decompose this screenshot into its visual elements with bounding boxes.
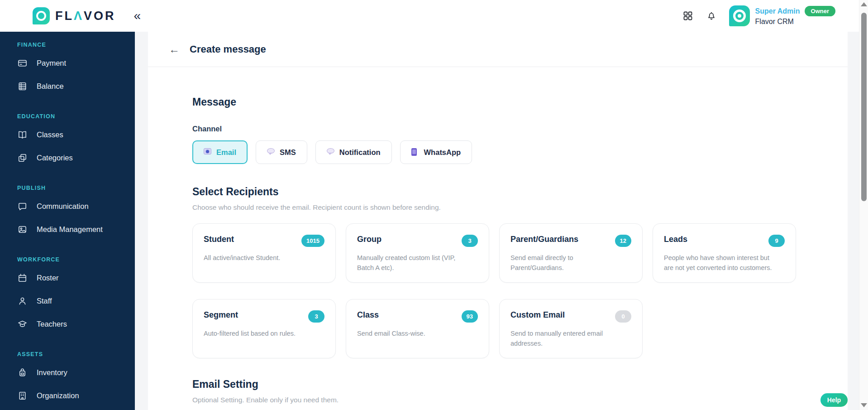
recipient-card-leads[interactable]: Leads 9 People who have shown interest b… <box>653 223 796 283</box>
card-title: Group <box>357 235 382 244</box>
card-description: Auto-filtered list based on rules. <box>204 328 317 338</box>
sidebar-item-balance[interactable]: Balance <box>0 75 135 98</box>
section-label-finance: FINANCE <box>0 42 135 48</box>
ledger-icon <box>17 81 28 92</box>
channel-sms-button[interactable]: SMS <box>256 140 307 164</box>
recipient-card-segment[interactable]: Segment 3 Auto-filtered list based on ru… <box>192 299 336 358</box>
card-description: Manually created custom list (VIP, Batch… <box>357 253 470 273</box>
count-badge: 1015 <box>301 235 324 247</box>
brand-pre: FL <box>55 9 74 23</box>
speech-bubble-icon <box>327 148 335 156</box>
sidebar-item-label: Inventory <box>37 368 67 377</box>
stacked-squares-icon <box>17 153 28 163</box>
sidebar-item-classes[interactable]: Classes <box>0 123 135 146</box>
flavor-logo-icon <box>33 7 50 24</box>
recipient-cards-grid: Student 1015 All active/inactive Student… <box>192 223 848 358</box>
card-title: Segment <box>204 310 238 320</box>
card-title: Leads <box>664 235 687 244</box>
media-image-icon <box>17 224 28 235</box>
sidebar-item-categories[interactable]: Categories <box>0 146 135 169</box>
recipient-card-class[interactable]: Class 93 Send email Class-wise. <box>346 299 489 358</box>
card-title: Student <box>204 235 234 244</box>
channel-label-text: SMS <box>280 148 296 157</box>
apps-grid-icon[interactable] <box>682 10 694 22</box>
select-recipients-heading: Select Recipients <box>192 186 848 198</box>
brand-post: VOR <box>84 9 116 23</box>
user-avatar <box>729 5 750 26</box>
recipient-card-group[interactable]: Group 3 Manually created custom list (VI… <box>346 223 489 283</box>
count-badge: 3 <box>462 235 478 247</box>
channel-label: Channel <box>192 125 848 133</box>
channel-email-button[interactable]: Email <box>192 140 248 164</box>
sidebar-section-publish: PUBLISH Communication Media Management <box>0 169 135 241</box>
count-badge: 93 <box>462 310 478 323</box>
scroll-down-arrow-icon[interactable] <box>861 403 867 407</box>
sidebar-item-label: Organization <box>37 391 79 400</box>
sidebar-item-label: Communication <box>37 202 89 211</box>
mobile-phone-icon <box>411 148 420 156</box>
sidebar-item-roster[interactable]: Roster <box>0 266 135 289</box>
page-header: ← Create message <box>148 32 848 67</box>
channel-notification-button[interactable]: Notification <box>315 140 392 164</box>
section-label-workforce: WORKFORCE <box>0 256 135 263</box>
sidebar-item-label: Categories <box>37 154 73 162</box>
card-title: Parent/Guardians <box>510 235 578 244</box>
notifications-bell-icon[interactable] <box>706 10 717 22</box>
vertical-scrollbar[interactable] <box>859 0 868 410</box>
sidebar-section-education: EDUCATION Classes Categories <box>0 98 135 169</box>
sidebar-nav: FINANCE Payment Balance EDUCATION Classe… <box>0 32 135 410</box>
help-button[interactable]: Help <box>820 393 848 407</box>
channel-label-text: WhatsApp <box>424 148 461 157</box>
sidebar-item-label: Balance <box>37 82 64 91</box>
owner-status-badge: Owner <box>805 6 835 16</box>
scrollbar-thumb[interactable] <box>861 13 867 201</box>
card-description: Send email Class-wise. <box>357 328 470 338</box>
flavor-logo[interactable]: FLΛVOR <box>33 7 116 24</box>
calendar-icon <box>17 273 28 283</box>
card-description: Send email directly to Parent/Guardians. <box>510 253 624 273</box>
email-setting-heading: Email Setting <box>192 378 848 391</box>
sidebar-item-label: Roster <box>37 274 59 282</box>
recipient-card-custom-email[interactable]: Custom Email 0 Send to manually entered … <box>499 299 643 358</box>
card-description: People who have shown interest but are n… <box>664 253 777 273</box>
sidebar-item-communication[interactable]: Communication <box>0 195 135 218</box>
page-title: Create message <box>190 43 266 55</box>
open-book-icon <box>17 130 28 140</box>
count-badge: 12 <box>615 235 631 247</box>
credit-card-icon <box>17 58 28 68</box>
main-panel: ← Create message Message Channel Email S… <box>148 32 848 410</box>
collapse-sidebar-icon[interactable]: « <box>134 10 141 22</box>
sidebar-item-staff[interactable]: Staff <box>0 289 135 313</box>
sidebar-item-label: Teachers <box>37 320 67 328</box>
card-description: All active/inactive Student. <box>204 253 317 263</box>
building-icon <box>17 391 28 401</box>
card-title: Class <box>357 310 379 320</box>
email-setting-subtitle: Optional Setting. Enable only if you nee… <box>192 396 848 404</box>
count-badge: 9 <box>768 235 785 247</box>
recipient-card-student[interactable]: Student 1015 All active/inactive Student… <box>192 223 336 283</box>
section-label-publish: PUBLISH <box>0 185 135 191</box>
top-bar: FLΛVOR « Super Admin Owner Flavor CRM <box>0 0 859 32</box>
section-label-education: EDUCATION <box>0 113 135 120</box>
user-meta: Super Admin Owner Flavor CRM <box>755 6 835 26</box>
sidebar-section-finance: FINANCE Payment Balance <box>0 32 135 98</box>
card-title: Custom Email <box>510 310 565 320</box>
create-message-form: Message Channel Email SMS Notification W… <box>148 67 848 410</box>
channel-selector: Email SMS Notification WhatsApp <box>192 140 848 164</box>
recipient-card-parent-guardians[interactable]: Parent/Guardians 12 Send email directly … <box>499 223 643 283</box>
sidebar-item-media-management[interactable]: Media Management <box>0 218 135 241</box>
user-role: Super Admin <box>755 7 800 15</box>
sidebar-item-label: Staff <box>37 297 52 305</box>
back-arrow-icon[interactable]: ← <box>169 44 180 55</box>
person-icon <box>17 296 28 306</box>
scroll-up-arrow-icon[interactable] <box>861 2 867 6</box>
sidebar-item-label: Payment <box>37 59 66 68</box>
user-profile-chip[interactable]: Super Admin Owner Flavor CRM <box>729 5 835 26</box>
sidebar-item-inventory[interactable]: Inventory <box>0 361 135 384</box>
sidebar-item-label: Classes <box>37 130 63 139</box>
channel-whatsapp-button[interactable]: WhatsApp <box>400 140 472 164</box>
sidebar-section-assets: ASSETS Inventory Organization <box>0 336 135 407</box>
sidebar-item-teachers[interactable]: Teachers <box>0 313 135 336</box>
sidebar-item-payment[interactable]: Payment <box>0 52 135 75</box>
sidebar-item-organization[interactable]: Organization <box>0 384 135 407</box>
